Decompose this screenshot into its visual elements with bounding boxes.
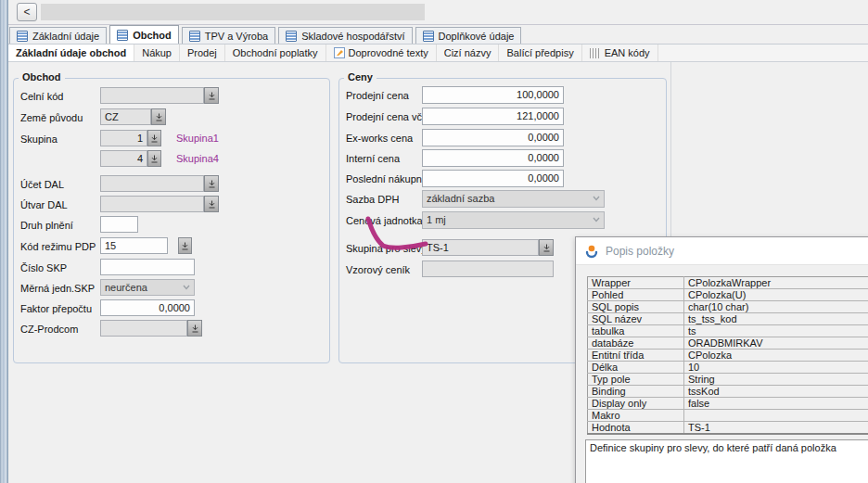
subtab-nakup[interactable]: Nákup	[134, 44, 180, 61]
subtab-zakladni-udaje-obchod[interactable]: Základní údaje obchod	[8, 44, 134, 61]
prodejni-cena-field[interactable]: 100,0000	[422, 86, 564, 104]
ucet-dal-lookup-button[interactable]	[204, 175, 219, 192]
celni-kod-lookup-button[interactable]	[204, 87, 219, 104]
ucet-dal-field[interactable]	[100, 175, 204, 192]
tab-label: Skladové hospodářství	[301, 31, 404, 42]
kod-rezimu-pdp-lookup-button[interactable]	[178, 237, 192, 254]
tab-obchod[interactable]: Obchod	[109, 25, 179, 44]
field-label-faktor-prepoctu: Faktor přepočtu	[20, 302, 92, 315]
property-value: tssKod	[684, 386, 868, 398]
arrow-down-bar-icon	[208, 180, 216, 188]
document-icon	[17, 31, 28, 42]
field-label-ex-works-cena: Ex-works cena	[346, 132, 413, 145]
tab-tpv-a-vyroba[interactable]: TPV a Výroba	[182, 27, 275, 44]
property-name: Wrapper	[588, 277, 684, 289]
subtab-label: Obchodní poplatky	[233, 47, 318, 58]
field-label-vzorovy-cenik: Vzorový ceník	[346, 263, 410, 276]
kod-rezimu-pdp-field[interactable]: 15	[100, 237, 168, 254]
toolbar: <	[8, 0, 868, 25]
sub-tab-bar: Základní údaje obchod Nákup Prodej Obcho…	[8, 44, 868, 62]
main-tab-bar: Základní údaje Obchod TPV a Výroba Sklad…	[8, 26, 868, 44]
subtab-balici-predpisy[interactable]: Balící předpisy	[499, 44, 581, 61]
table-row: Délka10	[588, 362, 868, 374]
note-icon	[334, 47, 345, 58]
subtab-prodej[interactable]: Prodej	[180, 44, 225, 61]
property-name: Makro	[588, 410, 684, 422]
back-button[interactable]: <	[17, 3, 37, 21]
popup-title: Popis položky	[606, 245, 674, 258]
barcode-icon	[590, 48, 601, 58]
skupina1-lookup-button[interactable]	[147, 130, 161, 146]
property-name: Délka	[588, 362, 684, 374]
field-label-skupina-pro-slevy: Skupina pro slevy	[346, 242, 427, 255]
property-value: String	[684, 374, 868, 386]
property-value: 10	[684, 362, 868, 374]
property-value: CPolozka(U)	[684, 289, 868, 301]
property-name: Binding	[588, 386, 684, 398]
ex-works-cena-field[interactable]: 0,0000	[422, 129, 564, 146]
field-label-utvar-dal: Útvar DAL	[20, 198, 68, 211]
field-label-cenova-jadnotka: Cenová jadnotka	[346, 214, 423, 227]
skupina2-field[interactable]: 4	[100, 150, 147, 167]
cislo-skp-field[interactable]	[100, 259, 195, 275]
skupina1-value-label: Skupina1	[176, 132, 219, 145]
skupina1-field[interactable]: 1	[100, 130, 147, 146]
arrow-down-bar-icon	[181, 242, 189, 250]
subtab-label: Cizí názvy	[444, 47, 491, 58]
property-name: Hodnota	[588, 422, 684, 435]
property-value: CPolozkaWrapper	[684, 277, 868, 289]
skupina2-value-label: Skupina4	[176, 152, 219, 165]
field-label-kod-rezimu-pdp: Kód režimu PDP	[20, 240, 96, 253]
application-window: < Základní údaje Obchod TPV a Výroba Skl…	[0, 0, 868, 483]
cz-prodcom-field[interactable]	[100, 320, 187, 337]
property-name: Display only	[588, 398, 684, 410]
subtab-label: Prodej	[187, 47, 217, 58]
tab-label: Doplňkové údaje	[439, 31, 515, 42]
cz-prodcom-lookup-button[interactable]	[187, 320, 202, 337]
field-label-celni-kod: Celní kód	[20, 90, 63, 103]
utvar-dal-field[interactable]	[100, 196, 204, 212]
table-row: BindingtssKod	[588, 386, 868, 398]
zeme-puvodu-lookup-button[interactable]	[151, 108, 166, 125]
field-label-sazba-dph: Sazba DPH	[346, 193, 399, 206]
posledni-nakupni-cena-field[interactable]: 0,0000	[422, 170, 564, 187]
tab-label: Obchod	[133, 30, 172, 41]
subtab-doprovodne-texty[interactable]: Doprovodné texty	[326, 44, 437, 61]
celni-kod-field[interactable]	[100, 87, 204, 104]
utvar-dal-lookup-button[interactable]	[204, 196, 219, 212]
merna-jedn-skp-select[interactable]: neurčena	[100, 279, 195, 296]
faktor-prepoctu-field[interactable]: 0,0000	[100, 299, 195, 316]
property-value: ts	[684, 325, 868, 337]
skupina-pro-slevy-lookup-button[interactable]	[539, 239, 554, 256]
tab-zakladni-udaje[interactable]: Základní údaje	[9, 27, 107, 44]
skupina2-lookup-button[interactable]	[147, 150, 161, 167]
sazba-dph-select[interactable]: základní sazba	[422, 190, 605, 208]
tab-skladove-hospodarstvi[interactable]: Skladové hospodářství	[278, 27, 412, 44]
prodejni-cena-dph-field[interactable]: 121,0000	[422, 108, 564, 125]
subtab-cizi-nazvy[interactable]: Cizí názvy	[437, 44, 500, 61]
left-splitter-handle[interactable]	[0, 0, 8, 483]
property-description: Definice skupiny pro slevy, do které pat…	[585, 439, 868, 483]
subtab-label: Nákup	[142, 47, 172, 58]
document-icon	[423, 31, 434, 42]
table-row: SQL popischar(10 char)	[588, 301, 868, 313]
popup-title-bar[interactable]: Popis položky	[576, 237, 868, 265]
subtab-label: Balící předpisy	[506, 47, 573, 58]
tab-doplnkove-udaje[interactable]: Doplňkové údaje	[415, 27, 522, 44]
druh-plneni-field[interactable]	[100, 216, 138, 233]
selected-value: 1 mj	[427, 214, 446, 225]
skupina-pro-slevy-field[interactable]: TS-1	[422, 239, 539, 256]
subtab-label: Základní údaje obchod	[16, 47, 126, 58]
zeme-puvodu-field[interactable]: CZ	[100, 108, 151, 125]
subtab-obchodni-poplatky[interactable]: Obchodní poplatky	[225, 44, 326, 61]
arrow-down-bar-icon	[155, 113, 163, 121]
subtab-ean-kody[interactable]: EAN kódy	[582, 44, 658, 61]
obchod-group-title: Obchod	[19, 71, 65, 83]
subtab-label: Doprovodné texty	[349, 47, 428, 58]
vzorovy-cenik-field[interactable]	[422, 261, 554, 277]
interni-cena-field[interactable]: 0,0000	[422, 149, 564, 167]
cenova-jadnotka-select[interactable]: 1 mj	[422, 211, 605, 229]
property-value	[684, 410, 868, 422]
property-name: SQL název	[588, 313, 684, 325]
property-value: CPolozka	[684, 350, 868, 362]
